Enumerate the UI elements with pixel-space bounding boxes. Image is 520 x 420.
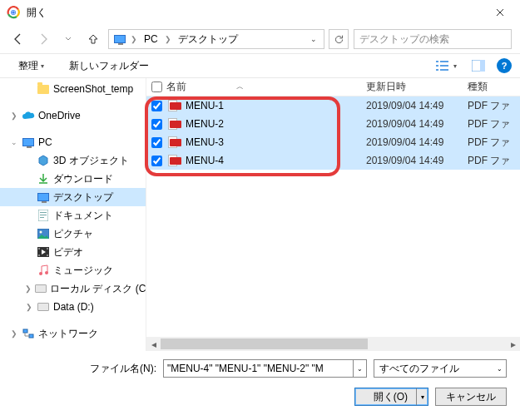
tree-network[interactable]: ❯ネットワーク [0, 324, 146, 343]
help-button[interactable]: ? [497, 58, 512, 73]
filename-dropdown[interactable]: ⌄ [354, 359, 367, 378]
scroll-left[interactable]: ◂ [146, 337, 161, 351]
scroll-thumb[interactable] [161, 338, 368, 349]
filename-input[interactable]: "MENU-4" "MENU-1" "MENU-2" "M [163, 359, 354, 378]
select-all-checkbox[interactable] [146, 79, 166, 95]
filetype-select[interactable]: すべてのファイル⌄ [374, 359, 507, 378]
file-type: PDF ファ [468, 117, 520, 131]
file-date: 2019/09/04 14:49 [366, 100, 468, 111]
svg-rect-11 [480, 60, 485, 72]
close-button[interactable] [483, 0, 517, 25]
footer: ファイル名(N): "MENU-4" "MENU-1" "MENU-2" "M … [0, 351, 520, 416]
tree-onedrive[interactable]: ❯OneDrive [0, 106, 146, 125]
svg-rect-15 [40, 217, 44, 218]
preview-pane-button[interactable] [468, 58, 488, 73]
tree-pictures[interactable]: ▸ピクチャ [0, 225, 146, 243]
column-date[interactable]: 更新日時 [366, 80, 468, 94]
tree-music[interactable]: ▸ミュージック [0, 261, 146, 279]
column-type[interactable]: 種類 [468, 80, 520, 94]
back-button[interactable] [8, 29, 28, 49]
open-button[interactable]: 開く(O)▾ [354, 388, 428, 406]
organize-menu[interactable]: 整理▾ [15, 57, 47, 75]
breadcrumb-desktop[interactable]: デスクトップ [173, 32, 243, 47]
file-list: 名前︿ 更新日時 種類 MENU-12019/09/04 14:49PDF ファ… [146, 78, 520, 351]
search-placeholder: デスクトップの検索 [359, 32, 449, 47]
cancel-button[interactable]: キャンセル [435, 388, 507, 406]
tree-videos[interactable]: ▸ビデオ [0, 243, 146, 261]
tree-local-c[interactable]: ❯ローカル ディスク (C:) [0, 279, 146, 298]
navbar: ❯ PC ❯ デスクトップ ⌄ デスクトップの検索 [0, 25, 520, 53]
view-menu[interactable]: ▾ [433, 58, 460, 73]
file-name: MENU-3 [186, 136, 224, 148]
tree-3dobjects[interactable]: ▸3D オブジェクト [0, 151, 146, 170]
chevron-right-icon[interactable]: ❯ [163, 35, 173, 43]
svg-rect-13 [40, 212, 47, 213]
row-checkbox[interactable] [146, 119, 166, 130]
chevron-right-icon[interactable]: ❯ [129, 35, 139, 43]
file-row[interactable]: MENU-12019/09/04 14:49PDF ファ [146, 96, 520, 115]
svg-rect-4 [436, 61, 438, 62]
svg-rect-19 [38, 248, 40, 250]
svg-point-23 [39, 272, 42, 275]
pc-icon [112, 32, 127, 47]
chevron-down-icon[interactable]: ⌄ [305, 35, 322, 43]
view-icon [436, 60, 451, 72]
toolbar: 整理▾ 新しいフォルダー ▾ ? [0, 53, 520, 78]
refresh-button[interactable] [329, 29, 349, 49]
svg-rect-21 [47, 248, 48, 250]
svg-rect-5 [440, 61, 448, 62]
file-type: PDF ファ [468, 136, 520, 150]
tree-downloads[interactable]: ▸ダウンロード [0, 170, 146, 188]
svg-point-3 [12, 11, 15, 14]
svg-point-17 [40, 231, 42, 234]
row-checkbox[interactable] [146, 156, 166, 166]
new-folder-button[interactable]: 新しいフォルダー [66, 57, 152, 75]
up-button[interactable] [83, 29, 103, 49]
tree-screenshot[interactable]: ▸ScreenShot_temp [0, 80, 146, 98]
folder-tree[interactable]: ▸ScreenShot_temp ❯OneDrive ⌄PC ▸3D オブジェク… [0, 78, 146, 351]
open-dropdown[interactable]: ▾ [416, 388, 428, 405]
file-name: MENU-4 [186, 155, 224, 166]
breadcrumb-pc[interactable]: PC [139, 33, 163, 45]
pdf-icon [168, 118, 181, 130]
file-row[interactable]: MENU-42019/09/04 14:49PDF ファ [146, 151, 520, 170]
window-title: 開く [27, 6, 483, 20]
pdf-icon [168, 155, 181, 166]
svg-rect-25 [23, 329, 27, 333]
pdf-icon [168, 136, 181, 148]
search-input[interactable]: デスクトップの検索 [354, 29, 512, 49]
tree-documents[interactable]: ▸ドキュメント [0, 206, 146, 225]
svg-rect-22 [47, 254, 48, 256]
pdf-icon [168, 100, 181, 111]
tree-desktop[interactable]: ▸デスクトップ [0, 188, 146, 206]
row-checkbox[interactable] [146, 101, 166, 111]
scroll-right[interactable]: ▸ [506, 337, 520, 351]
recent-dropdown[interactable] [58, 29, 78, 49]
svg-rect-14 [40, 215, 47, 215]
tree-data-d[interactable]: ❯Data (D:) [0, 298, 146, 316]
file-type: PDF ファ [468, 154, 520, 168]
svg-rect-6 [436, 65, 438, 67]
app-icon [7, 6, 20, 19]
filename-label: ファイル名(N): [90, 362, 156, 376]
sort-asc-icon: ︿ [236, 82, 244, 92]
svg-rect-7 [440, 65, 448, 67]
file-row[interactable]: MENU-22019/09/04 14:49PDF ファ [146, 115, 520, 133]
file-row[interactable]: MENU-32019/09/04 14:49PDF ファ [146, 133, 520, 151]
file-date: 2019/09/04 14:49 [366, 155, 468, 166]
file-date: 2019/09/04 14:49 [366, 118, 468, 130]
tree-pc[interactable]: ⌄PC [0, 133, 146, 151]
column-header: 名前︿ 更新日時 種類 [146, 78, 520, 96]
titlebar: 開く [0, 0, 520, 25]
row-checkbox[interactable] [146, 137, 166, 148]
column-name[interactable]: 名前︿ [166, 80, 366, 94]
file-type: PDF ファ [468, 99, 520, 113]
file-name: MENU-1 [186, 100, 224, 111]
svg-rect-8 [436, 69, 438, 71]
breadcrumb[interactable]: ❯ PC ❯ デスクトップ ⌄ [108, 29, 324, 49]
svg-point-24 [45, 271, 48, 274]
forward-button[interactable] [33, 29, 53, 49]
main-area: ▸ScreenShot_temp ❯OneDrive ⌄PC ▸3D オブジェク… [0, 78, 520, 351]
horizontal-scrollbar[interactable]: ◂ ▸ [146, 337, 520, 351]
file-name: MENU-2 [186, 118, 224, 130]
